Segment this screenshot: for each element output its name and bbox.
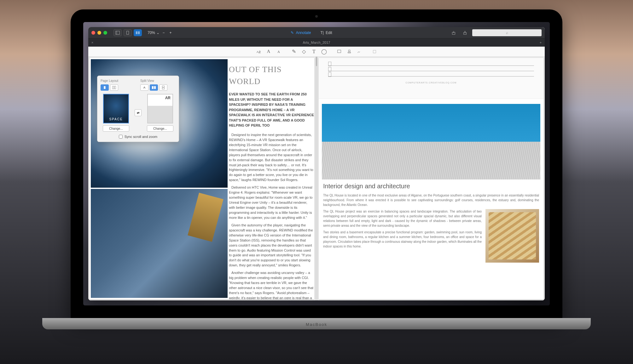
article-paragraph: Delivered on HTC Vive, Home was created … — [229, 185, 314, 220]
architectural-elevation-drawing: COMPUTERARTS.CREATIVEBLOQ.COM — [319, 58, 543, 99]
text-cursor-icon: T| — [320, 31, 323, 35]
sync-label: Sync scroll and zoom — [125, 135, 158, 139]
zoom-value[interactable]: 70% — [148, 31, 155, 35]
laptop-frame: 70% ⌄ − + ✎ Annotate T| Edit — [71, 9, 562, 318]
tab-title[interactable]: Arts_March_2017 — [96, 41, 537, 44]
right-article-paragraph: The QL House project was an exercise in … — [323, 209, 482, 228]
text-style-icon[interactable]: Aあ — [256, 49, 261, 54]
two-page-layout-button[interactable] — [110, 84, 118, 91]
svg-rect-16 — [162, 88, 165, 89]
article-lead: EVER WANTED TO SEE THE EARTH FROM 250 MI… — [229, 92, 314, 128]
svg-rect-15 — [162, 86, 165, 87]
close-window-button[interactable] — [91, 31, 95, 35]
select-tool-icon[interactable] — [372, 49, 377, 54]
article-paragraph: Another challenge was avoiding uncanny v… — [229, 270, 314, 299]
content-area: OUT OF THIS WORLD EVER WANTED TO SEE THE… — [88, 57, 545, 300]
split-divider[interactable] — [316, 57, 317, 300]
pencil-icon: ✎ — [291, 31, 294, 35]
staircase-photo — [485, 209, 539, 263]
right-article-paragraph: Two stories and a basement encapsulate a… — [323, 230, 482, 249]
annotate-label: Annotate — [296, 31, 311, 35]
stamp-tool-icon[interactable] — [346, 49, 352, 54]
titlebar-right: ⌕ — [450, 29, 542, 36]
font-bigger-icon[interactable]: A — [266, 49, 271, 54]
zoom-in-button[interactable]: + — [168, 30, 173, 36]
divider-grip-icon — [316, 57, 317, 66]
svg-rect-13 — [152, 86, 154, 89]
split-none-button[interactable]: A — [140, 84, 148, 91]
screen: 70% ⌄ − + ✎ Annotate T| Edit — [83, 22, 550, 305]
iss-earth-image — [91, 189, 228, 298]
article-paragraph: Designed to inspire the next generation … — [229, 133, 314, 183]
font-smaller-icon[interactable]: A — [276, 49, 282, 54]
shape-tool-icon[interactable]: ◯ — [321, 49, 327, 54]
zoom-out-button[interactable]: − — [161, 30, 166, 36]
sidebar-toggle-button[interactable] — [113, 29, 122, 36]
edit-mode-button[interactable]: T| Edit — [320, 31, 332, 35]
view-options-popover: Page Layout Split View A — [97, 76, 179, 142]
page-layout-label: Page Layout — [101, 79, 136, 82]
right-page-article: Interior design and architecture The QL … — [319, 179, 543, 266]
svg-rect-12 — [114, 86, 116, 89]
import-button[interactable] — [450, 29, 458, 36]
svg-rect-8 — [338, 50, 341, 53]
note-tool-icon[interactable] — [336, 49, 342, 54]
edit-label: Edit — [326, 31, 332, 35]
titlebar: 70% ⌄ − + ✎ Annotate T| Edit — [88, 27, 545, 38]
minimize-window-button[interactable] — [97, 31, 101, 35]
chevron-down-icon[interactable]: ⌄ — [156, 31, 160, 35]
share-button[interactable] — [461, 29, 469, 36]
change-left-doc-button[interactable]: Change... — [103, 125, 129, 132]
laptop-base: MacBook — [42, 318, 591, 329]
fullscreen-window-button[interactable] — [103, 31, 107, 35]
article-title: OUT OF THIS WORLD — [229, 64, 314, 87]
change-right-doc-button[interactable]: Change... — [147, 125, 173, 132]
text-tool-icon[interactable]: T — [311, 49, 317, 54]
split-view-label: Split View — [140, 79, 176, 82]
svg-rect-10 — [104, 86, 105, 89]
single-page-button[interactable] — [124, 29, 132, 36]
article-body: Designed to inspire the next generation … — [229, 133, 314, 299]
single-page-layout-button[interactable] — [101, 84, 109, 91]
architecture-photo — [322, 104, 540, 179]
left-page-article: OUT OF THIS WORLD EVER WANTED TO SEE THE… — [229, 58, 314, 299]
sync-scroll-zoom-checkbox[interactable]: Sync scroll and zoom — [101, 135, 176, 139]
svg-rect-11 — [113, 86, 114, 89]
zoom-control: 70% ⌄ − + — [148, 30, 173, 36]
split-vertical-button[interactable] — [159, 84, 167, 91]
right-article-intro: The QL House is located in one of the mo… — [323, 193, 539, 207]
svg-rect-14 — [154, 86, 156, 89]
annotate-mode-button[interactable]: ✎ Annotate — [291, 31, 311, 35]
right-pane: COMPUTERARTS.CREATIVEBLOQ.COM Interior d… — [319, 58, 543, 299]
annotation-toolbar: Aあ A A ✎ ◇ T ◯ — [88, 47, 545, 57]
mode-switcher: ✎ Annotate T| Edit — [177, 31, 446, 35]
svg-rect-9 — [373, 50, 376, 53]
left-doc-thumbnail[interactable] — [103, 94, 129, 123]
svg-text:Aあ: Aあ — [257, 50, 261, 53]
window-controls — [91, 31, 107, 35]
pen-tool-icon[interactable]: ✎ — [291, 49, 297, 54]
swap-docs-button[interactable]: ⇄ — [135, 109, 142, 116]
eraser-tool-icon[interactable]: ◇ — [301, 49, 307, 54]
new-tab-button[interactable]: + — [537, 41, 545, 44]
svg-rect-0 — [116, 31, 119, 34]
svg-rect-3 — [136, 31, 137, 34]
svg-rect-4 — [138, 31, 140, 34]
svg-rect-2 — [127, 31, 129, 34]
article-paragraph: Given the autonomy of the player, naviga… — [229, 223, 314, 268]
view-mode-buttons — [113, 29, 142, 36]
close-tab-button[interactable]: × — [88, 41, 96, 44]
signature-tool-icon[interactable] — [357, 49, 362, 54]
laptop-brand-label: MacBook — [306, 322, 327, 327]
search-icon: ⌕ — [506, 31, 508, 35]
app-window: 70% ⌄ − + ✎ Annotate T| Edit — [88, 27, 545, 300]
laptop-camera — [315, 15, 318, 18]
right-article-heading: Interior design and architecture — [323, 183, 539, 190]
sync-checkbox-input[interactable] — [119, 135, 123, 139]
page-credit: COMPUTERARTS.CREATIVEBLOQ.COM — [328, 82, 534, 84]
tab-bar: × Arts_March_2017 + — [88, 38, 545, 47]
split-horizontal-button[interactable] — [150, 84, 158, 91]
split-view-button[interactable] — [134, 29, 142, 36]
search-input[interactable]: ⌕ — [472, 29, 542, 36]
right-doc-thumbnail[interactable] — [147, 94, 173, 123]
